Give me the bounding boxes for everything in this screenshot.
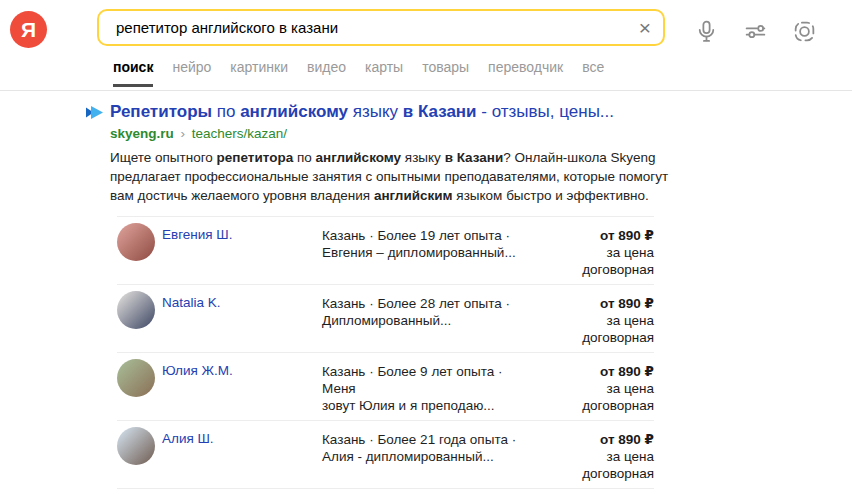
tab-3[interactable]: видео <box>307 59 346 84</box>
price-note: за цена договорная <box>532 244 654 278</box>
clear-icon[interactable]: × <box>627 11 663 44</box>
price-note: за цена договорная <box>532 312 654 346</box>
search-tabs: поискнейрокартинкивидеокартытоварыперево… <box>113 59 604 89</box>
url-separator: › <box>178 126 189 141</box>
avatar[interactable] <box>117 291 155 329</box>
table-row: Евгения Ш. Казань · Более 19 лет опыта ·… <box>117 216 654 284</box>
avatar[interactable] <box>117 223 155 261</box>
tutor-details-line2: Алия - дипломированный... <box>322 448 532 465</box>
tutor-details-line1: Казань · Более 19 лет опыта · <box>322 227 532 244</box>
price-amount: от 890 ₽ <box>532 431 654 448</box>
table-row: Алия Ш. Казань · Более 21 года опыта · А… <box>117 420 654 488</box>
yandex-logo[interactable]: Я <box>10 11 47 48</box>
tutor-price: от 890 ₽ за цена договорная <box>532 223 654 278</box>
tutor-details-line1: Казань · Более 9 лет опыта · Меня <box>322 363 532 397</box>
search-input[interactable] <box>99 19 627 36</box>
url-path: teachers/kazan/ <box>192 126 287 141</box>
tab-6[interactable]: переводчик <box>488 59 563 84</box>
price-amount: от 890 ₽ <box>532 363 654 380</box>
tab-5[interactable]: товары <box>422 59 469 84</box>
price-note: за цена договорная <box>532 380 654 414</box>
tutor-details: Казань · Более 19 лет опыта · Евгения – … <box>322 223 532 261</box>
search-result: Репетиторы по английскому языку в Казани… <box>110 101 675 494</box>
tutor-details: Казань · Более 21 года опыта · Алия - ди… <box>322 427 532 465</box>
tab-1[interactable]: нейро <box>172 59 211 84</box>
table-row: Эльмира Х. Казань · Более 27 лет опыта ·… <box>117 488 654 494</box>
avatar[interactable] <box>117 427 155 465</box>
price-amount: от 890 ₽ <box>532 227 654 244</box>
search-box: × <box>97 9 665 46</box>
result-url: skyeng.ru › teachers/kazan/ <box>110 125 675 142</box>
tutor-name-link[interactable]: Natalia K. <box>162 291 322 310</box>
tutor-price: от 890 ₽ за цена договорная <box>532 291 654 346</box>
tutor-name-link[interactable]: Юлия Ж.М. <box>162 359 322 378</box>
yandex-logo-letter: Я <box>21 18 36 42</box>
tab-0[interactable]: поиск <box>113 59 153 87</box>
price-note: за цена договорная <box>532 448 654 482</box>
tab-7[interactable]: все <box>582 59 604 84</box>
avatar[interactable] <box>117 359 155 397</box>
tutor-details-line2: зовут Юлия и я преподаю... <box>322 397 532 414</box>
price-amount: от 890 ₽ <box>532 295 654 312</box>
tab-4[interactable]: карты <box>365 59 403 84</box>
result-title[interactable]: Репетиторы по английскому языку в Казани… <box>110 101 675 122</box>
fast-site-icon <box>86 105 103 118</box>
tutor-price: от 890 ₽ за цена договорная <box>532 427 654 482</box>
image-search-icon[interactable] <box>792 19 817 44</box>
url-domain: skyeng.ru <box>110 126 174 141</box>
filters-icon[interactable] <box>743 19 768 44</box>
microphone-icon[interactable] <box>694 19 719 44</box>
tutor-list: Евгения Ш. Казань · Более 19 лет опыта ·… <box>117 216 654 494</box>
table-row: Юлия Ж.М. Казань · Более 9 лет опыта · М… <box>117 352 654 420</box>
tutor-name-link[interactable]: Алия Ш. <box>162 427 322 446</box>
tutor-details-line2: Дипломированный... <box>322 312 532 329</box>
header-divider <box>0 90 852 91</box>
result-description: Ищете опытного репетитора по английскому… <box>110 148 672 205</box>
tutor-details-line1: Казань · Более 28 лет опыта · <box>322 295 532 312</box>
tutor-details: Казань · Более 28 лет опыта · Дипломиров… <box>322 291 532 329</box>
tab-2[interactable]: картинки <box>230 59 288 84</box>
tutor-details-line2: Евгения – дипломированный... <box>322 244 532 261</box>
tutor-details-line1: Казань · Более 21 года опыта · <box>322 431 532 448</box>
tutor-details: Казань · Более 9 лет опыта · Меня зовут … <box>322 359 532 414</box>
tutor-name-link[interactable]: Евгения Ш. <box>162 223 322 242</box>
table-row: Natalia K. Казань · Более 28 лет опыта ·… <box>117 284 654 352</box>
tutor-price: от 890 ₽ за цена договорная <box>532 359 654 414</box>
